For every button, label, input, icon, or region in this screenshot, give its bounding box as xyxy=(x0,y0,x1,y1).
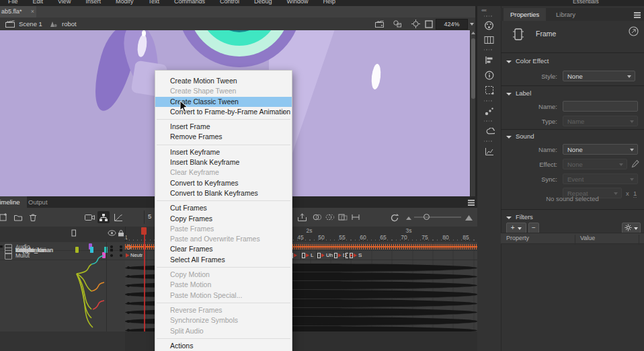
transform-panel-icon[interactable] xyxy=(483,84,495,95)
section-sound[interactable]: Sound xyxy=(506,132,534,140)
menu-item[interactable] xyxy=(157,303,290,303)
menu-item[interactable]: Convert to Keyframes xyxy=(155,178,292,188)
dock-drag-handle[interactable] xyxy=(484,15,493,17)
history-panel-icon[interactable] xyxy=(483,146,495,157)
menubar-item[interactable]: File xyxy=(8,0,18,5)
filter-options-button[interactable] xyxy=(622,223,641,233)
eye-icon[interactable] xyxy=(108,230,116,236)
dock-drag-handle[interactable] xyxy=(484,120,493,122)
menu-item[interactable]: Clear Frames xyxy=(155,244,292,254)
section-color-effect[interactable]: Color Effect xyxy=(506,57,549,65)
cc-libraries-panel-icon[interactable] xyxy=(483,126,495,137)
timeline-panel-menu-icon[interactable] xyxy=(468,200,475,201)
menu-item[interactable] xyxy=(157,145,290,145)
new-folder-icon[interactable] xyxy=(12,211,24,223)
workspace-switcher[interactable]: Essentials xyxy=(573,0,599,5)
modify-markers-icon[interactable] xyxy=(350,211,362,223)
zoom-in-frames-icon[interactable] xyxy=(462,211,475,223)
playhead-handle[interactable] xyxy=(141,227,147,235)
tab-properties[interactable]: Properties xyxy=(504,8,546,21)
breadcrumb-scene[interactable]: Scene 1 xyxy=(19,20,42,28)
dock-drag-handle[interactable] xyxy=(484,100,493,102)
remove-filter-button[interactable]: − xyxy=(528,223,539,233)
new-layer-icon[interactable] xyxy=(0,211,9,223)
align-panel-icon[interactable] xyxy=(483,54,495,66)
layer-visibility-dot[interactable] xyxy=(110,245,113,248)
motion-presets-panel-icon[interactable] xyxy=(483,106,495,117)
edit-scene-icon[interactable] xyxy=(375,20,386,28)
menubar-item[interactable]: Commands xyxy=(174,0,205,5)
menu-item[interactable] xyxy=(157,200,290,201)
layer-lock-dot[interactable] xyxy=(120,245,122,248)
breadcrumb-symbol[interactable]: robot xyxy=(62,20,77,28)
sound-effect-value: None xyxy=(567,161,583,168)
menu-item[interactable]: Convert to Blank Keyframes xyxy=(155,188,292,198)
clip-content-icon[interactable] xyxy=(425,20,433,28)
dock-drag-handle[interactable] xyxy=(484,141,493,142)
tab-library[interactable]: Library xyxy=(549,8,582,21)
swatches-panel-icon[interactable] xyxy=(483,34,495,46)
sound-name-dropdown[interactable]: None xyxy=(563,144,638,155)
menubar-item[interactable]: Text xyxy=(148,0,159,5)
current-frame-indicator: 5 xyxy=(148,212,151,220)
onion-skin-outlines-icon[interactable] xyxy=(324,211,336,223)
menu-item[interactable]: Insert Frame xyxy=(155,122,292,132)
lock-icon[interactable] xyxy=(118,229,124,237)
filters-table-header: Property Value xyxy=(501,233,644,244)
zoom-out-frames-icon[interactable] xyxy=(403,211,415,223)
menu-item[interactable] xyxy=(157,338,290,339)
edit-multiple-frames-icon[interactable] xyxy=(337,211,349,223)
label-name-input[interactable] xyxy=(563,101,638,112)
playhead-line[interactable] xyxy=(144,227,145,332)
menu-item[interactable]: Create Classic Tween xyxy=(155,97,292,107)
edit-symbols-icon[interactable] xyxy=(393,20,403,28)
section-filters[interactable]: Filters xyxy=(506,213,533,221)
menu-item[interactable]: Create Motion Tween xyxy=(155,76,292,86)
menu-item[interactable]: Remove Frames xyxy=(155,132,292,142)
delete-layer-icon[interactable] xyxy=(27,211,39,223)
menu-item[interactable]: Copy Frames xyxy=(155,214,292,224)
graph-editor-icon[interactable] xyxy=(112,211,124,223)
tween-end-icon xyxy=(302,253,305,258)
outline-color-icon[interactable] xyxy=(71,229,77,237)
close-tab-icon[interactable]: × xyxy=(31,6,34,17)
style-dropdown[interactable]: None xyxy=(563,71,635,81)
menu-item[interactable]: Insert Blank Keyframe xyxy=(155,157,292,167)
menu-item[interactable] xyxy=(157,267,290,268)
menu-item[interactable]: Select All Frames xyxy=(155,255,292,265)
onion-skin-icon[interactable] xyxy=(311,211,323,223)
menubar-item[interactable]: Window xyxy=(287,0,309,5)
tab-output[interactable]: Output xyxy=(22,196,54,208)
zoom-chevron-icon[interactable] xyxy=(470,23,474,26)
collapse-panels-icon[interactable]: «« xyxy=(481,7,486,13)
layer-parenting-icon[interactable] xyxy=(97,211,110,223)
stage-zoom-input[interactable]: 424% xyxy=(436,19,468,30)
menubar-item[interactable]: Control xyxy=(220,0,239,5)
menu-item[interactable]: Insert Keyframe xyxy=(155,147,292,157)
color-panel-icon[interactable] xyxy=(483,20,495,31)
help-link-icon[interactable] xyxy=(629,26,639,36)
menubar-item[interactable]: Edit xyxy=(33,0,44,5)
timeline-zoom-slider[interactable] xyxy=(414,217,461,218)
menubar-item[interactable]: Modify xyxy=(116,0,134,5)
menubar-item[interactable]: Help xyxy=(323,0,336,5)
zoom-slider-knob[interactable] xyxy=(424,214,430,220)
export-frames-icon[interactable] xyxy=(296,211,308,223)
menu-item[interactable] xyxy=(157,119,290,120)
dock-drag-handle[interactable] xyxy=(484,49,493,50)
menubar-item[interactable]: View xyxy=(58,0,71,5)
menubar-item[interactable]: Debug xyxy=(254,0,272,5)
section-label[interactable]: Label xyxy=(506,89,531,97)
menu-item[interactable]: Cut Frames xyxy=(155,203,292,213)
loop-playback-icon[interactable] xyxy=(389,211,401,223)
menu-item[interactable]: Convert to Frame-by-Frame Animation xyxy=(155,107,292,117)
center-frame-icon[interactable] xyxy=(411,20,420,28)
camera-icon[interactable] xyxy=(83,211,95,223)
add-filter-button[interactable]: + xyxy=(506,223,526,233)
menubar-item[interactable]: Insert xyxy=(85,0,101,5)
layer-row[interactable]: Kaki_Kanan xyxy=(0,245,3,248)
menu-item[interactable]: Actions xyxy=(155,341,292,351)
document-tab[interactable]: ab5.fla* × xyxy=(0,6,36,17)
properties-panel-menu-icon[interactable] xyxy=(634,12,641,13)
info-panel-icon[interactable] xyxy=(483,69,495,81)
